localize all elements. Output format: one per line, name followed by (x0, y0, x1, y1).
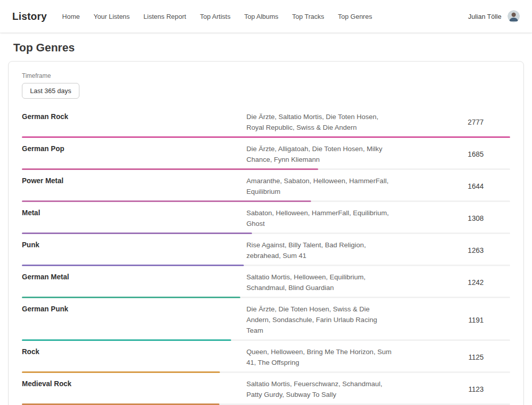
genre-artists: Saltatio Mortis, Feuerschwanz, Schandmau… (246, 379, 397, 400)
nav-item-home[interactable]: Home (62, 13, 80, 20)
nav-item-top-albums[interactable]: Top Albums (244, 13, 278, 20)
genre-artists: Die Ärzte, Saltatio Mortis, Die Toten Ho… (246, 111, 397, 133)
genre-row: Medieval Rock Saltatio Mortis, Feuerschw… (9, 373, 523, 405)
genre-name: German Punk (22, 304, 246, 313)
page-title: Top Genres (13, 41, 519, 54)
genre-row: Power Metal Amaranthe, Sabaton, Hellowee… (9, 170, 523, 202)
genre-name: German Rock (22, 111, 246, 121)
genre-artists: Amaranthe, Sabaton, Helloween, HammerFal… (246, 176, 397, 197)
genre-artists: Die Ärzte, Die Toten Hosen, Swiss & Die … (246, 304, 397, 336)
genre-count: 1263 (397, 246, 510, 254)
genre-row: German Pop Die Ärzte, Alligatoah, Die To… (9, 138, 523, 170)
timeframe-label: Timeframe (22, 72, 510, 79)
genre-table: German Rock Die Ärzte, Saltatio Mortis, … (9, 106, 523, 405)
genre-name: Power Metal (22, 176, 246, 185)
genre-row: Punk Rise Against, Billy Talent, Bad Rel… (9, 234, 523, 266)
genre-name: Medieval Rock (22, 379, 246, 388)
genre-artists: Queen, Helloween, Bring Me The Horizon, … (246, 346, 397, 368)
genre-count: 1123 (397, 385, 510, 393)
top-nav: Listory Home Your Listens Listens Report… (0, 0, 532, 33)
genre-count: 1644 (397, 182, 510, 190)
genre-artists: Sabaton, Helloween, HammerFall, Equilibr… (246, 208, 397, 229)
genre-count: 1125 (397, 353, 510, 361)
genre-name: Rock (22, 346, 246, 356)
genre-count: 1191 (397, 316, 510, 324)
timeframe-select[interactable]: Last 365 days (22, 83, 79, 99)
genre-artists: Die Ärzte, Alligatoah, Die Toten Hosen, … (246, 143, 397, 165)
nav-links: Home Your Listens Listens Report Top Art… (62, 13, 372, 20)
nav-item-your-listens[interactable]: Your Listens (94, 13, 130, 20)
nav-item-top-artists[interactable]: Top Artists (200, 13, 231, 20)
nav-item-top-genres[interactable]: Top Genres (338, 13, 372, 20)
genre-row: Rock Queen, Helloween, Bring Me The Hori… (9, 341, 523, 373)
genre-count: 1685 (397, 150, 510, 158)
app-logo[interactable]: Listory (12, 11, 47, 22)
genre-name: German Metal (22, 272, 246, 281)
user-name: Julian Tölle (468, 13, 501, 20)
nav-item-top-tracks[interactable]: Top Tracks (292, 13, 324, 20)
genre-row: German Punk Die Ärzte, Die Toten Hosen, … (9, 298, 523, 341)
genre-name: Metal (22, 208, 246, 217)
genre-row: German Rock Die Ärzte, Saltatio Mortis, … (9, 106, 523, 138)
genre-count: 2777 (397, 118, 510, 126)
genre-artists: Rise Against, Billy Talent, Bad Religion… (246, 240, 397, 261)
timeframe-filter: Timeframe Last 365 days (9, 72, 523, 99)
genre-row: Metal Sabaton, Helloween, HammerFall, Eq… (9, 202, 523, 234)
nav-item-listens-report[interactable]: Listens Report (144, 13, 186, 20)
genre-name: German Pop (22, 143, 246, 153)
genre-name: Punk (22, 240, 246, 249)
genre-count: 1242 (397, 278, 510, 286)
genre-row: German Metal Saltatio Mortis, Helloween,… (9, 266, 523, 298)
genre-artists: Saltatio Mortis, Helloween, Equilibrium,… (246, 272, 397, 293)
avatar[interactable] (508, 10, 520, 22)
top-genres-card: Timeframe Last 365 days German Rock Die … (8, 61, 524, 405)
genre-count: 1308 (397, 214, 510, 222)
user-menu[interactable]: Julian Tölle (468, 10, 520, 22)
